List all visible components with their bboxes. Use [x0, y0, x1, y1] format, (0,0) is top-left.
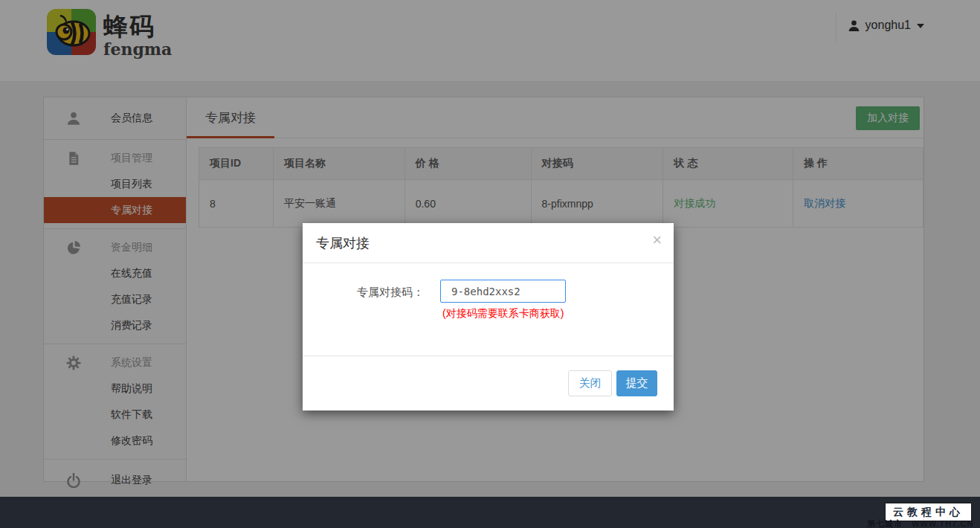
docking-code-input[interactable] — [440, 280, 566, 303]
page: 蜂码 fengma yonghu1 会员信息 — [0, 0, 980, 528]
watermark-text: 第七城市 WWW.TH7.CN — [867, 518, 973, 528]
modal-header: 专属对接 × — [303, 223, 674, 263]
close-icon[interactable]: × — [652, 232, 662, 248]
submit-button[interactable]: 提交 — [616, 370, 657, 396]
modal-title: 专属对接 — [316, 234, 370, 252]
modal-footer: 关闭 提交 — [303, 355, 674, 411]
modal-body: 专属对接码： (对接码需要联系卡商获取) — [303, 263, 674, 355]
close-button[interactable]: 关闭 — [568, 370, 612, 396]
exclusive-docking-modal: 专属对接 × 专属对接码： (对接码需要联系卡商获取) 关闭 提交 — [303, 223, 674, 411]
docking-code-note: (对接码需要联系卡商获取) — [442, 307, 564, 321]
docking-code-label: 专属对接码： — [357, 286, 424, 300]
